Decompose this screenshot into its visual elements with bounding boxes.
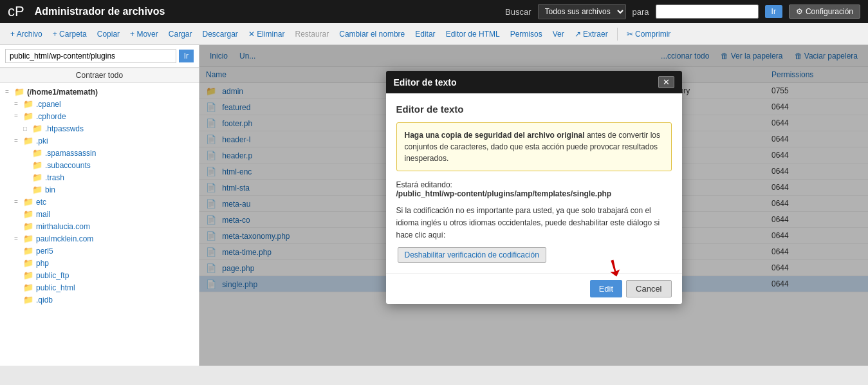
tree-item-php[interactable]: 📁 php bbox=[0, 257, 199, 269]
tree-toggle: = bbox=[14, 100, 23, 108]
tree-item-perl5[interactable]: 📁 perl5 bbox=[0, 245, 199, 257]
folder-icon: 📁 bbox=[23, 209, 33, 219]
tree-item-subaccounts[interactable]: 📁 .subaccounts bbox=[0, 159, 199, 171]
search-label: Buscar bbox=[505, 7, 531, 17]
modal-warning: Haga una copia de seguridad del archivo … bbox=[396, 122, 672, 171]
modal-editing-path: /public_html/wp-content/plugins/amp/temp… bbox=[396, 189, 612, 198]
modal-footer: ➘ Edit Cancel bbox=[386, 273, 682, 304]
tree-item-label: mirthalucia.com bbox=[36, 222, 90, 231]
download-button[interactable]: Descargar bbox=[198, 28, 241, 41]
folder-icon: 📁 bbox=[23, 246, 33, 256]
view-button[interactable]: Ver bbox=[549, 28, 568, 41]
tree-item-label: .subaccounts bbox=[45, 161, 91, 170]
search-input[interactable] bbox=[656, 5, 759, 19]
tree-item-label: .spamassassin bbox=[45, 149, 96, 158]
permissions-button[interactable]: Permisos bbox=[506, 28, 546, 41]
folder-icon: 📁 bbox=[32, 124, 42, 133]
tree-item-trash[interactable]: 📁 .trash bbox=[0, 171, 199, 183]
tree-item-mirthalucia[interactable]: 📁 mirthalucia.com bbox=[0, 220, 199, 232]
extract-button[interactable]: ↗ Extraer bbox=[571, 28, 612, 41]
upload-button[interactable]: Cargar bbox=[165, 28, 196, 41]
modal-cancel-button[interactable]: Cancel bbox=[626, 280, 671, 297]
folder-icon: 📁 bbox=[23, 270, 33, 280]
tree-toggle: = bbox=[14, 137, 23, 144]
modal-warning-bold: Haga una copia de seguridad del archivo … bbox=[405, 131, 585, 140]
modal-body: Editor de texto Haga una copia de seguri… bbox=[386, 93, 682, 273]
config-button[interactable]: ⚙ Configuración bbox=[789, 5, 860, 19]
modal-overlay: Editor de texto ✕ Editor de texto Haga u… bbox=[199, 45, 868, 366]
text-editor-modal: Editor de texto ✕ Editor de texto Haga u… bbox=[386, 71, 682, 304]
modal-section-title: Editor de texto bbox=[396, 104, 672, 115]
tree-item-cpanel[interactable]: = 📁 .cpanel bbox=[0, 98, 199, 110]
sidebar: Ir Contraer todo = 📁 (/home1/matemath) =… bbox=[0, 45, 199, 366]
modal-encoding-text: Si la codificación no es importante para… bbox=[396, 205, 672, 242]
tree-item-label: .pki bbox=[36, 136, 48, 146]
rename-button[interactable]: Cambiar el nombre bbox=[335, 28, 409, 41]
tree-item-label: .cphorde bbox=[36, 112, 66, 121]
para-label: para bbox=[633, 7, 649, 17]
tree-item-htpasswds[interactable]: □ 📁 .htpasswds bbox=[0, 122, 199, 135]
folder-icon: 📁 bbox=[23, 136, 33, 146]
tree-toggle: = bbox=[5, 88, 14, 95]
collapse-all-button[interactable]: Contraer todo bbox=[0, 68, 199, 83]
edit-button[interactable]: Editar bbox=[411, 28, 439, 41]
tree-item-mail[interactable]: 📁 mail bbox=[0, 208, 199, 220]
disable-encoding-button[interactable]: Deshabilitar verificación de codificació… bbox=[398, 247, 546, 263]
modal-editing-label: Estará editando: bbox=[396, 180, 452, 189]
tree-item-spamassassin[interactable]: 📁 .spamassassin bbox=[0, 147, 199, 159]
modal-header: Editor de texto ✕ bbox=[386, 71, 682, 93]
tree-item-label: .htpasswds bbox=[45, 124, 84, 133]
modal-edit-button[interactable]: Edit bbox=[590, 280, 622, 297]
tree-item-label: public_html bbox=[36, 283, 75, 292]
folder-icon: 📁 bbox=[23, 197, 33, 207]
tree-item-root[interactable]: = 📁 (/home1/matemath) bbox=[0, 86, 199, 98]
new-folder-button[interactable]: + Carpeta bbox=[49, 28, 91, 41]
folder-icon: 📁 bbox=[23, 111, 33, 121]
restore-button[interactable]: Restaurar bbox=[291, 28, 333, 41]
tree-item-paulmcklein[interactable]: = 📁 paulmcklein.com bbox=[0, 232, 199, 245]
new-file-button[interactable]: + Archivo bbox=[6, 28, 46, 41]
folder-icon: 📁 bbox=[23, 234, 33, 243]
modal-editing: Estará editando: /public_html/wp-content… bbox=[396, 180, 672, 198]
folder-icon: 📁 bbox=[23, 295, 33, 305]
tree-item-cphorde[interactable]: = 📁 .cphorde bbox=[0, 110, 199, 122]
content-area: Inicio Un... ...ccionar todo 🗑 Ver la pa… bbox=[199, 45, 868, 366]
tree-item-label: perl5 bbox=[36, 247, 53, 256]
compress-button[interactable]: ✂ Comprimir bbox=[623, 28, 675, 41]
delete-button[interactable]: ✕ Eliminar bbox=[245, 28, 289, 41]
tree-toggle: = bbox=[14, 198, 23, 205]
file-tree: = 📁 (/home1/matemath) = 📁 .cpanel = 📁 .c… bbox=[0, 83, 199, 308]
main-layout: Ir Contraer todo = 📁 (/home1/matemath) =… bbox=[0, 45, 868, 366]
app-title: Administrador de archivos bbox=[35, 6, 499, 17]
modal-close-button[interactable]: ✕ bbox=[658, 76, 674, 88]
modal-encoding-action: Deshabilitar verificación de codificació… bbox=[396, 247, 672, 263]
tree-item-label: php bbox=[36, 259, 49, 268]
copy-button[interactable]: Copiar bbox=[93, 28, 124, 41]
tree-item-label: mail bbox=[36, 210, 50, 219]
folder-icon: 📁 bbox=[23, 99, 33, 109]
tree-item-label: .cpanel bbox=[36, 100, 61, 109]
cpanel-logo: cP bbox=[8, 3, 24, 20]
tree-item-label: (/home1/matemath) bbox=[27, 88, 98, 97]
tree-item-pki[interactable]: = 📁 .pki bbox=[0, 135, 199, 147]
search-go-button[interactable]: Ir bbox=[765, 5, 782, 18]
tree-item-public-html[interactable]: 📁 public_html bbox=[0, 281, 199, 294]
folder-icon: 📁 bbox=[23, 221, 33, 231]
path-bar: Ir bbox=[0, 45, 199, 68]
modal-title: Editor de texto bbox=[394, 77, 457, 88]
tree-item-qidb[interactable]: 📁 .qidb bbox=[0, 294, 199, 306]
path-input[interactable] bbox=[5, 49, 176, 63]
move-button[interactable]: + Mover bbox=[126, 28, 162, 41]
path-go-button[interactable]: Ir bbox=[179, 50, 194, 62]
tree-item-etc[interactable]: = 📁 etc bbox=[0, 196, 199, 208]
tree-item-label: .trash bbox=[45, 173, 64, 182]
tree-item-bin[interactable]: 📁 bin bbox=[0, 183, 199, 196]
search-scope-select[interactable]: Todos sus archivos bbox=[538, 4, 626, 19]
tree-item-label: bin bbox=[45, 185, 55, 194]
tree-item-label: .qidb bbox=[36, 296, 53, 305]
tree-item-label: paulmcklein.com bbox=[36, 234, 93, 243]
html-editor-button[interactable]: Editor de HTML bbox=[442, 28, 504, 41]
tree-toggle: = bbox=[14, 113, 23, 120]
tree-item-public-ftp[interactable]: 📁 public_ftp bbox=[0, 269, 199, 281]
tree-item-label: etc bbox=[36, 198, 46, 207]
